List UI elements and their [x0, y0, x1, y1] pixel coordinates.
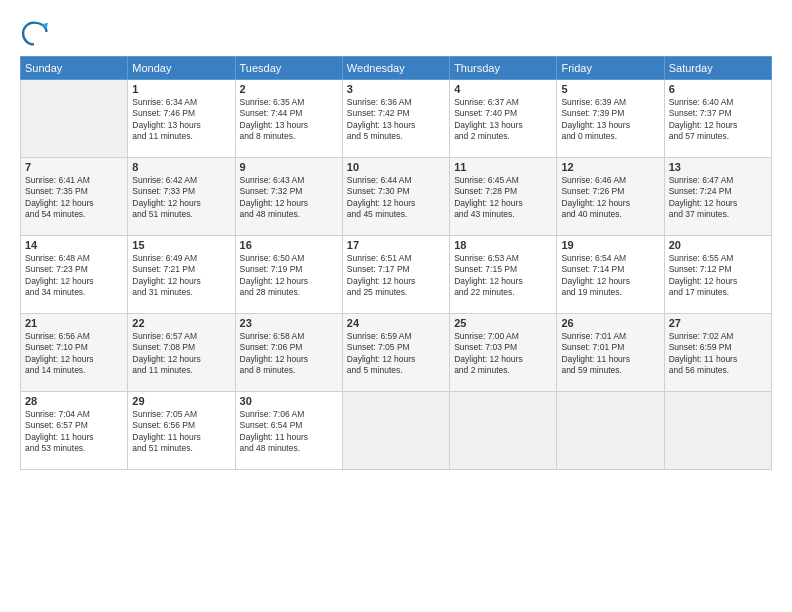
day-info: Sunrise: 6:47 AMSunset: 7:24 PMDaylight:…: [669, 175, 767, 221]
calendar-day-header: Saturday: [664, 57, 771, 80]
page-header: [20, 18, 772, 46]
day-info: Sunrise: 6:55 AMSunset: 7:12 PMDaylight:…: [669, 253, 767, 299]
calendar-cell: 18Sunrise: 6:53 AMSunset: 7:15 PMDayligh…: [450, 236, 557, 314]
calendar-cell: 21Sunrise: 6:56 AMSunset: 7:10 PMDayligh…: [21, 314, 128, 392]
day-info: Sunrise: 7:05 AMSunset: 6:56 PMDaylight:…: [132, 409, 230, 455]
day-number: 8: [132, 161, 230, 173]
day-number: 6: [669, 83, 767, 95]
day-number: 9: [240, 161, 338, 173]
calendar-cell: 1Sunrise: 6:34 AMSunset: 7:46 PMDaylight…: [128, 80, 235, 158]
calendar-cell: 25Sunrise: 7:00 AMSunset: 7:03 PMDayligh…: [450, 314, 557, 392]
day-number: 27: [669, 317, 767, 329]
calendar-cell: 12Sunrise: 6:46 AMSunset: 7:26 PMDayligh…: [557, 158, 664, 236]
day-info: Sunrise: 7:02 AMSunset: 6:59 PMDaylight:…: [669, 331, 767, 377]
day-info: Sunrise: 6:50 AMSunset: 7:19 PMDaylight:…: [240, 253, 338, 299]
day-info: Sunrise: 6:59 AMSunset: 7:05 PMDaylight:…: [347, 331, 445, 377]
day-number: 15: [132, 239, 230, 251]
day-number: 29: [132, 395, 230, 407]
calendar-cell: [21, 80, 128, 158]
day-info: Sunrise: 6:42 AMSunset: 7:33 PMDaylight:…: [132, 175, 230, 221]
calendar-cell: 30Sunrise: 7:06 AMSunset: 6:54 PMDayligh…: [235, 392, 342, 470]
day-number: 13: [669, 161, 767, 173]
day-info: Sunrise: 6:53 AMSunset: 7:15 PMDaylight:…: [454, 253, 552, 299]
day-number: 20: [669, 239, 767, 251]
day-info: Sunrise: 6:54 AMSunset: 7:14 PMDaylight:…: [561, 253, 659, 299]
day-number: 3: [347, 83, 445, 95]
calendar-cell: 28Sunrise: 7:04 AMSunset: 6:57 PMDayligh…: [21, 392, 128, 470]
day-info: Sunrise: 6:34 AMSunset: 7:46 PMDaylight:…: [132, 97, 230, 143]
day-info: Sunrise: 6:45 AMSunset: 7:28 PMDaylight:…: [454, 175, 552, 221]
day-number: 7: [25, 161, 123, 173]
day-number: 28: [25, 395, 123, 407]
calendar-cell: 20Sunrise: 6:55 AMSunset: 7:12 PMDayligh…: [664, 236, 771, 314]
day-info: Sunrise: 6:37 AMSunset: 7:40 PMDaylight:…: [454, 97, 552, 143]
calendar-cell: 10Sunrise: 6:44 AMSunset: 7:30 PMDayligh…: [342, 158, 449, 236]
calendar-day-header: Thursday: [450, 57, 557, 80]
calendar-cell: 11Sunrise: 6:45 AMSunset: 7:28 PMDayligh…: [450, 158, 557, 236]
day-info: Sunrise: 6:49 AMSunset: 7:21 PMDaylight:…: [132, 253, 230, 299]
calendar-week-row: 14Sunrise: 6:48 AMSunset: 7:23 PMDayligh…: [21, 236, 772, 314]
calendar-cell: [557, 392, 664, 470]
calendar-cell: 4Sunrise: 6:37 AMSunset: 7:40 PMDaylight…: [450, 80, 557, 158]
calendar-cell: 7Sunrise: 6:41 AMSunset: 7:35 PMDaylight…: [21, 158, 128, 236]
calendar-cell: 5Sunrise: 6:39 AMSunset: 7:39 PMDaylight…: [557, 80, 664, 158]
calendar-cell: 8Sunrise: 6:42 AMSunset: 7:33 PMDaylight…: [128, 158, 235, 236]
calendar-cell: 3Sunrise: 6:36 AMSunset: 7:42 PMDaylight…: [342, 80, 449, 158]
calendar-cell: 2Sunrise: 6:35 AMSunset: 7:44 PMDaylight…: [235, 80, 342, 158]
day-info: Sunrise: 6:56 AMSunset: 7:10 PMDaylight:…: [25, 331, 123, 377]
day-info: Sunrise: 6:48 AMSunset: 7:23 PMDaylight:…: [25, 253, 123, 299]
calendar-cell: 29Sunrise: 7:05 AMSunset: 6:56 PMDayligh…: [128, 392, 235, 470]
day-info: Sunrise: 6:44 AMSunset: 7:30 PMDaylight:…: [347, 175, 445, 221]
day-info: Sunrise: 6:46 AMSunset: 7:26 PMDaylight:…: [561, 175, 659, 221]
logo: [20, 18, 52, 46]
calendar-cell: [664, 392, 771, 470]
logo-icon: [20, 18, 48, 46]
calendar-cell: 26Sunrise: 7:01 AMSunset: 7:01 PMDayligh…: [557, 314, 664, 392]
day-number: 19: [561, 239, 659, 251]
day-number: 26: [561, 317, 659, 329]
calendar-cell: 16Sunrise: 6:50 AMSunset: 7:19 PMDayligh…: [235, 236, 342, 314]
day-number: 17: [347, 239, 445, 251]
calendar-cell: 6Sunrise: 6:40 AMSunset: 7:37 PMDaylight…: [664, 80, 771, 158]
calendar-cell: 13Sunrise: 6:47 AMSunset: 7:24 PMDayligh…: [664, 158, 771, 236]
calendar-day-header: Tuesday: [235, 57, 342, 80]
day-info: Sunrise: 6:36 AMSunset: 7:42 PMDaylight:…: [347, 97, 445, 143]
day-number: 11: [454, 161, 552, 173]
day-info: Sunrise: 6:58 AMSunset: 7:06 PMDaylight:…: [240, 331, 338, 377]
calendar-cell: 24Sunrise: 6:59 AMSunset: 7:05 PMDayligh…: [342, 314, 449, 392]
day-number: 21: [25, 317, 123, 329]
calendar-day-header: Monday: [128, 57, 235, 80]
day-info: Sunrise: 7:01 AMSunset: 7:01 PMDaylight:…: [561, 331, 659, 377]
day-number: 12: [561, 161, 659, 173]
day-info: Sunrise: 7:06 AMSunset: 6:54 PMDaylight:…: [240, 409, 338, 455]
day-info: Sunrise: 7:04 AMSunset: 6:57 PMDaylight:…: [25, 409, 123, 455]
day-info: Sunrise: 6:39 AMSunset: 7:39 PMDaylight:…: [561, 97, 659, 143]
day-info: Sunrise: 6:51 AMSunset: 7:17 PMDaylight:…: [347, 253, 445, 299]
calendar-table: SundayMondayTuesdayWednesdayThursdayFrid…: [20, 56, 772, 470]
calendar-cell: 22Sunrise: 6:57 AMSunset: 7:08 PMDayligh…: [128, 314, 235, 392]
day-number: 18: [454, 239, 552, 251]
calendar-cell: 19Sunrise: 6:54 AMSunset: 7:14 PMDayligh…: [557, 236, 664, 314]
calendar-week-row: 1Sunrise: 6:34 AMSunset: 7:46 PMDaylight…: [21, 80, 772, 158]
calendar-cell: [450, 392, 557, 470]
calendar-cell: 15Sunrise: 6:49 AMSunset: 7:21 PMDayligh…: [128, 236, 235, 314]
calendar-week-row: 21Sunrise: 6:56 AMSunset: 7:10 PMDayligh…: [21, 314, 772, 392]
calendar-day-header: Friday: [557, 57, 664, 80]
day-info: Sunrise: 6:43 AMSunset: 7:32 PMDaylight:…: [240, 175, 338, 221]
calendar-cell: 27Sunrise: 7:02 AMSunset: 6:59 PMDayligh…: [664, 314, 771, 392]
day-number: 22: [132, 317, 230, 329]
calendar-day-header: Wednesday: [342, 57, 449, 80]
day-number: 1: [132, 83, 230, 95]
day-number: 30: [240, 395, 338, 407]
calendar-week-row: 7Sunrise: 6:41 AMSunset: 7:35 PMDaylight…: [21, 158, 772, 236]
day-info: Sunrise: 6:40 AMSunset: 7:37 PMDaylight:…: [669, 97, 767, 143]
calendar-day-header: Sunday: [21, 57, 128, 80]
calendar-cell: 17Sunrise: 6:51 AMSunset: 7:17 PMDayligh…: [342, 236, 449, 314]
calendar-week-row: 28Sunrise: 7:04 AMSunset: 6:57 PMDayligh…: [21, 392, 772, 470]
day-number: 10: [347, 161, 445, 173]
day-number: 23: [240, 317, 338, 329]
day-number: 16: [240, 239, 338, 251]
day-number: 24: [347, 317, 445, 329]
day-number: 2: [240, 83, 338, 95]
calendar-cell: [342, 392, 449, 470]
